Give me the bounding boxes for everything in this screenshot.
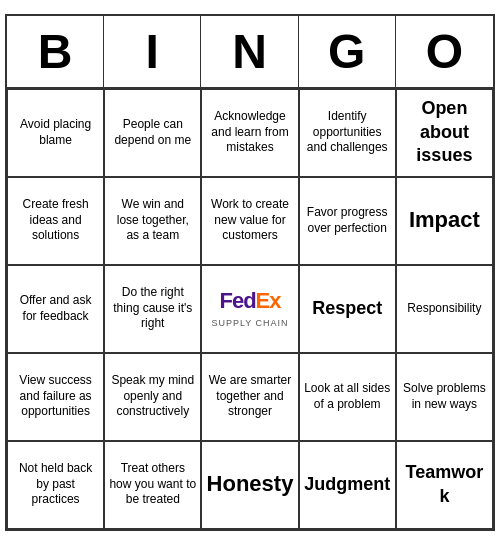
- bingo-cell-9: Impact: [396, 177, 493, 265]
- fedex-text: FedEx: [219, 287, 280, 316]
- bingo-cell-19: Solve problems in new ways: [396, 353, 493, 441]
- bingo-header: BINGO: [7, 16, 493, 89]
- bingo-cell-13: Respect: [299, 265, 396, 353]
- bingo-cell-22: Honesty: [201, 441, 298, 529]
- bingo-cell-11: Do the right thing cause it's right: [104, 265, 201, 353]
- fedex-logo: FedEx Supply Chain: [211, 287, 288, 329]
- bingo-cell-15: View success and failure as opportunitie…: [7, 353, 104, 441]
- bingo-cell-17: We are smarter together and stronger: [201, 353, 298, 441]
- bingo-letter-b: B: [7, 16, 104, 87]
- bingo-card: BINGO Avoid placing blamePeople can depe…: [5, 14, 495, 531]
- bingo-cell-5: Create fresh ideas and solutions: [7, 177, 104, 265]
- bingo-cell-4: Open about issues: [396, 89, 493, 177]
- bingo-cell-12: FedEx Supply Chain: [201, 265, 298, 353]
- bingo-cell-0: Avoid placing blame: [7, 89, 104, 177]
- bingo-letter-g: G: [299, 16, 396, 87]
- bingo-letter-o: O: [396, 16, 493, 87]
- bingo-cell-23: Judgment: [299, 441, 396, 529]
- bingo-letter-i: I: [104, 16, 201, 87]
- bingo-cell-7: Work to create new value for customers: [201, 177, 298, 265]
- bingo-letter-n: N: [201, 16, 298, 87]
- bingo-cell-16: Speak my mind openly and constructively: [104, 353, 201, 441]
- bingo-cell-21: Treat others how you want to be treated: [104, 441, 201, 529]
- bingo-cell-3: Identify opportunities and challenges: [299, 89, 396, 177]
- bingo-grid: Avoid placing blamePeople can depend on …: [7, 89, 493, 529]
- bingo-cell-1: People can depend on me: [104, 89, 201, 177]
- bingo-cell-10: Offer and ask for feedback: [7, 265, 104, 353]
- bingo-cell-14: Responsibility: [396, 265, 493, 353]
- bingo-cell-8: Favor progress over perfection: [299, 177, 396, 265]
- bingo-cell-2: Acknowledge and learn from mistakes: [201, 89, 298, 177]
- bingo-cell-18: Look at all sides of a problem: [299, 353, 396, 441]
- fedex-supply-text: Supply Chain: [211, 318, 288, 330]
- bingo-cell-20: Not held back by past practices: [7, 441, 104, 529]
- bingo-cell-24: Teamwork: [396, 441, 493, 529]
- bingo-cell-6: We win and lose together, as a team: [104, 177, 201, 265]
